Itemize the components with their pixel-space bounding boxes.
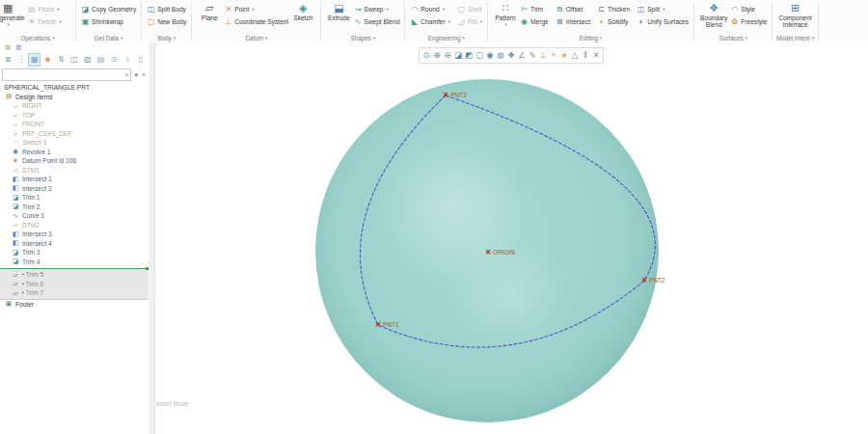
plane-button[interactable]: ▱ Plane (196, 2, 223, 22)
tree-display-options-icon[interactable]: ▦ (28, 53, 41, 67)
new-body-button[interactable]: ▢ New Body (146, 16, 187, 27)
section-icon[interactable]: ∠ (517, 49, 527, 62)
filter-add-icon[interactable]: + (141, 70, 147, 79)
group-label-datum[interactable]: Datum▾ (192, 35, 320, 41)
tree-layers-icon[interactable]: ▤ (95, 53, 107, 67)
tree-item[interactable]: ▱ FRONT (0, 120, 149, 129)
extrude-button[interactable]: ⬓ Extrude (325, 2, 352, 22)
tree-item[interactable]: ✕ Datum Point id 106 (0, 156, 149, 166)
spin-center-icon[interactable]: ✕ (591, 49, 601, 62)
tree-item[interactable]: ▱ RIGHT (0, 101, 149, 111)
pattern-button[interactable]: ∷ Pattern ▾ (492, 2, 519, 28)
datum-point-pnt3[interactable]: ✕ PNT3 (443, 92, 466, 98)
tree-item[interactable]: ∿ Curve 1 (0, 211, 149, 221)
tree-item[interactable]: ◧ Intersect 3 (0, 230, 149, 239)
intersect-button[interactable]: ⊠ Intersect (555, 16, 591, 27)
pause-icon[interactable]: ‖ (581, 49, 590, 62)
tree-show-icon[interactable]: ▧ (81, 53, 94, 67)
tree-item[interactable]: ▤ Design Items (0, 93, 149, 102)
tree-item[interactable]: ◉ Revolve 1 (0, 148, 149, 157)
datum-point-pnt2[interactable]: ✕ PNT2 (641, 277, 665, 284)
tree-refresh-icon[interactable]: ◈ (41, 53, 54, 67)
tree-item[interactable]: SPHERICAL_TRIANGLE.PRT (0, 83, 149, 93)
tree-item-suppressed[interactable]: ▱ • Trim 7 (0, 288, 149, 298)
group-label-surfaces[interactable]: Surfaces▾ (694, 35, 772, 41)
filter-clear-icon[interactable]: × (122, 71, 130, 78)
rib-button[interactable]: ◿ Rib▾ (456, 16, 483, 27)
tree-item[interactable]: ◧ Intersect 1 (0, 175, 149, 184)
delete-button[interactable]: ✕ Delete▾ (26, 16, 62, 27)
coordinate-system-button[interactable]: ⊥ Coordinate System (223, 16, 289, 27)
tree-item[interactable]: ◧ Intersect 2 (0, 184, 149, 194)
shrinkwrap-button[interactable]: ▣ Shrinkwrap (80, 16, 137, 27)
tree-item[interactable]: ◪ Trim 2 (0, 203, 149, 212)
tree-filter-input[interactable] (3, 70, 122, 79)
split-body-button[interactable]: ◫ Split Body (146, 4, 187, 14)
insert-mode-locator[interactable] (0, 268, 149, 269)
tree-search-icon[interactable]: ⊙ (108, 53, 121, 67)
navigator-folder-icon[interactable]: ▥ (15, 43, 21, 50)
chamfer-button[interactable]: ◣ Chamfer▾ (409, 16, 451, 27)
tree-columns-icon[interactable]: ◫ (68, 53, 81, 67)
shell-button[interactable]: ▢ Shell (456, 4, 483, 14)
filter-dropdown-icon[interactable]: ▾ (133, 70, 139, 79)
group-label-engineering[interactable]: Engineering▾ (405, 35, 487, 41)
tree-sort-icon[interactable]: ⇅ (55, 53, 68, 67)
group-label-shapes[interactable]: Shapes▾ (321, 35, 404, 41)
tree-detail-view-icon[interactable]: ⋮ (15, 53, 28, 67)
datum-point-origin[interactable]: ✕ ORIGIN (485, 249, 515, 256)
tree-item-footer[interactable]: ▣ Footer (0, 300, 149, 310)
appearances-icon[interactable]: ◍ (496, 49, 505, 62)
copy-geometry-button[interactable]: ◪ Copy Geometry (80, 4, 137, 14)
swept-blend-button[interactable]: ∿ Swept Blend (352, 16, 400, 27)
zoom-in-icon[interactable]: ⊕ (432, 49, 442, 62)
regenerate-button[interactable]: ▦ Regenerate ▾ (0, 2, 26, 28)
group-label-get-data[interactable]: Get Data▾ (76, 35, 141, 41)
group-label-model-intent[interactable]: Model Intent▾ (773, 35, 817, 41)
component-interface-button[interactable]: ⊞ Component Interface (776, 2, 813, 29)
unify-surfaces-button[interactable]: ◗ Unify Surfaces (636, 16, 690, 27)
panel-divider[interactable] (149, 42, 155, 434)
shading-icon[interactable]: ◩ (464, 49, 474, 62)
tree-rules-icon[interactable]: ▯ (134, 53, 147, 67)
merge-button[interactable]: ◉ Merge (519, 16, 550, 27)
graphics-area[interactable]: ⊙ ⊕ ⊖ ◪ ◩ ▢ ◉ ◍ ❖ ∠ ✎ ⊥ + ∗ △ ‖ (155, 42, 868, 434)
axis-display-icon[interactable]: ∗ (559, 49, 569, 62)
boundary-blend-button[interactable]: ❖ Boundary Blend (698, 2, 729, 29)
sweep-button[interactable]: ↝ Sweep▾ (352, 4, 400, 14)
repaint-icon[interactable]: ◪ (453, 49, 463, 62)
named-views-icon[interactable]: ◉ (485, 49, 495, 62)
tree-item-suppressed[interactable]: ▱ • Trim 5 (0, 270, 149, 280)
tree-item[interactable]: ▱ DTM2 (0, 221, 149, 231)
offset-button[interactable]: ⧉ Offset (555, 4, 591, 14)
annotation-display-icon[interactable]: ✎ (528, 49, 537, 62)
style-button[interactable]: ◠ Style (729, 4, 768, 14)
tree-item[interactable]: ◪ Trim 4 (0, 258, 149, 267)
datum-point-pnt1[interactable]: ✕ PNT1 (375, 321, 398, 328)
datum-display-icon[interactable]: ⊥ (538, 49, 548, 62)
paste-button[interactable]: ▤ Paste▾ (26, 4, 62, 14)
trim-button[interactable]: ✄ Trim (519, 4, 550, 14)
render-icon[interactable]: ❖ (506, 49, 516, 62)
tree-item[interactable]: ▱ DTM1 (0, 166, 149, 176)
group-label-editing[interactable]: Editing▾ (488, 35, 693, 41)
tree-item[interactable]: ▱ TOP (0, 111, 149, 121)
sketch-button[interactable]: ◈ Sketch (289, 2, 316, 22)
tree-list-view-icon[interactable]: ≣ (2, 53, 14, 67)
tree-item-suppressed[interactable]: ▱ • Trim 6 (0, 280, 149, 289)
group-label-operations[interactable]: Operations▾ (0, 35, 75, 41)
thicken-button[interactable]: ⊏ Thicken (596, 4, 631, 14)
tree-item[interactable]: ◧ Intersect 4 (0, 239, 149, 249)
group-label-body[interactable]: Body▾ (142, 35, 191, 41)
tree-item[interactable]: ◠ Sketch 1 (0, 138, 149, 148)
zoom-out-icon[interactable]: ⊖ (443, 49, 452, 62)
point-button[interactable]: ✕ Point▾ (223, 4, 289, 14)
tree-item[interactable]: ⊥ PRT_CSYS_DEF (0, 129, 149, 139)
freestyle-button[interactable]: ✿ Freestyle (729, 16, 768, 27)
point-display-icon[interactable]: + (549, 49, 558, 62)
refit-icon[interactable]: ⊙ (421, 49, 431, 62)
solidify-button[interactable]: ◖ Solidify (596, 16, 631, 27)
tree-item[interactable]: ◪ Trim 3 (0, 248, 149, 258)
navigator-model-tree-icon[interactable]: ▤ (5, 43, 11, 50)
tree-item[interactable]: ◪ Trim 1 (0, 193, 149, 203)
